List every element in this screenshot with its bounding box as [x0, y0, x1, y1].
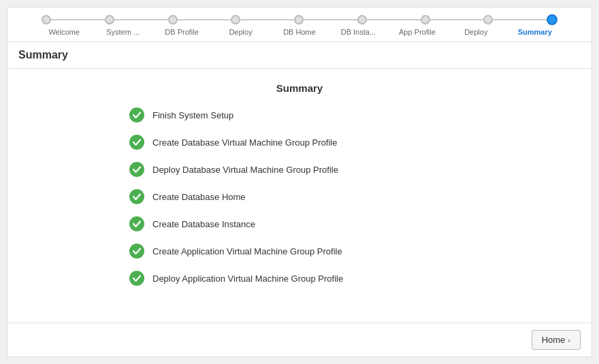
step-db-home[interactable] — [294, 15, 304, 24]
item-text: Finish System Setup — [152, 110, 233, 120]
card-body: Summary Finish System Setup Create Datab… — [7, 69, 592, 322]
item-text: Create Application Virtual Machine Group… — [152, 246, 342, 257]
svg-point-3 — [129, 189, 144, 204]
item-text: Create Database Virtual Machine Group Pr… — [152, 137, 337, 148]
step-label-system: System ... — [93, 28, 152, 36]
svg-point-5 — [129, 244, 144, 259]
list-item: Create Database Virtual Machine Group Pr… — [129, 135, 470, 150]
check-icon — [129, 216, 144, 231]
item-text: Deploy Database Virtual Machine Group Pr… — [152, 165, 338, 175]
item-text: Create Database Home — [152, 192, 246, 202]
step-system[interactable] — [105, 15, 114, 24]
list-item: Create Database Instance — [129, 216, 470, 231]
list-item: Deploy Application Virtual Machine Group… — [129, 271, 470, 286]
list-item: Create Application Virtual Machine Group… — [129, 244, 470, 259]
svg-point-0 — [129, 107, 144, 122]
chevron-right-icon: › — [568, 336, 570, 344]
check-icon — [129, 244, 144, 259]
list-item: Finish System Setup — [129, 107, 470, 122]
step-db-profile[interactable] — [168, 15, 178, 24]
step-deploy-1[interactable] — [231, 15, 240, 24]
step-welcome[interactable] — [42, 15, 51, 24]
steps-labels: Welcome System ... DB Profile Deploy DB … — [21, 25, 578, 42]
steps-track — [21, 14, 578, 25]
check-icon — [129, 135, 144, 150]
step-label-deploy-2: Deploy — [447, 28, 505, 36]
list-item: Create Database Home — [129, 189, 470, 204]
step-label-db-home: DB Home — [270, 28, 329, 36]
home-button-label: Home — [542, 335, 566, 345]
card-footer: Home › — [7, 322, 592, 357]
list-item: Deploy Database Virtual Machine Group Pr… — [129, 162, 470, 177]
check-icon — [129, 189, 144, 204]
step-deploy-2[interactable] — [483, 15, 493, 24]
step-summary[interactable] — [547, 14, 557, 25]
step-label-app-profile: App Profile — [388, 28, 447, 36]
svg-point-2 — [129, 162, 144, 177]
main-card: Summary Summary Finish System Setup — [7, 42, 592, 357]
card-header-title: Summary — [18, 49, 68, 61]
svg-point-6 — [129, 271, 144, 286]
step-label-summary: Summary — [506, 28, 564, 36]
home-button[interactable]: Home › — [532, 330, 581, 350]
item-text: Create Database Instance — [152, 219, 255, 229]
step-app-profile[interactable] — [421, 15, 430, 24]
step-label-db-profile: DB Profile — [152, 28, 211, 36]
wizard-steps: Welcome System ... DB Profile Deploy DB … — [7, 7, 592, 42]
summary-section-title: Summary — [276, 82, 323, 94]
step-label-db-instance: DB Insta... — [329, 28, 387, 36]
step-label-welcome: Welcome — [35, 28, 93, 36]
check-icon — [129, 162, 144, 177]
svg-point-1 — [129, 135, 144, 150]
step-db-instance[interactable] — [357, 15, 367, 24]
check-icon — [129, 271, 144, 286]
page-container: Welcome System ... DB Profile Deploy DB … — [0, 0, 599, 364]
step-label-deploy-1: Deploy — [211, 28, 270, 36]
item-text: Deploy Application Virtual Machine Group… — [152, 274, 343, 284]
card-header: Summary — [7, 42, 592, 69]
check-icon — [129, 107, 144, 122]
summary-items: Finish System Setup Create Database Virt… — [129, 107, 470, 286]
svg-point-4 — [129, 216, 144, 231]
